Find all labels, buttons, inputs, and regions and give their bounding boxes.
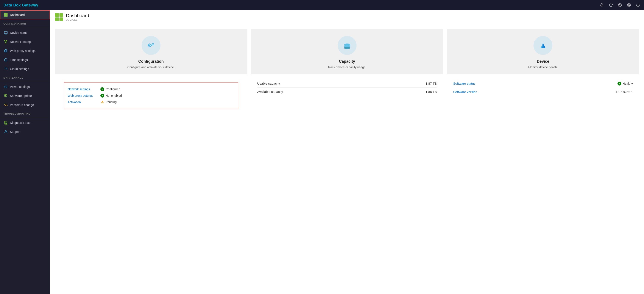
capacity-card-top: Capacity Track device capacity usage. (251, 29, 443, 74)
svg-rect-45 (149, 47, 150, 48)
activation-link[interactable]: Activation (68, 100, 98, 104)
info-icon[interactable] (626, 2, 632, 8)
software-version-link[interactable]: Software version (453, 90, 477, 94)
device-card-bottom: Software status Healthy Software version… (447, 74, 639, 289)
sidebar-label-device-name: Device name (10, 31, 28, 34)
sidebar-item-support[interactable]: Support (0, 127, 50, 136)
svg-rect-54 (152, 44, 152, 44)
activation-status: ⚠ Pending (100, 100, 116, 104)
network-status-icon (100, 87, 104, 91)
device-card-title: Device (537, 59, 549, 64)
time-icon (4, 58, 8, 62)
sidebar-item-power-settings[interactable]: Power settings (0, 82, 50, 91)
svg-point-3 (628, 4, 630, 6)
sidebar-item-network-settings[interactable]: Network settings (0, 37, 50, 46)
sidebar-item-password-change[interactable]: Password change (0, 100, 50, 110)
grid-cell-4 (60, 18, 63, 21)
software-status-item: Healthy (618, 82, 633, 86)
svg-rect-9 (4, 32, 7, 34)
software-status-link[interactable]: Software status (453, 82, 475, 86)
header-text: Dashboard DEVICE1 (66, 13, 89, 21)
configuration-card: Configuration Configure and activate you… (55, 29, 247, 289)
svg-point-51 (152, 44, 153, 44)
cloud-icon (4, 67, 8, 71)
svg-rect-61 (344, 47, 350, 48)
proxy-status-text: Not enabled (106, 94, 122, 97)
bell-icon[interactable] (599, 2, 604, 8)
topbar-icons (599, 2, 640, 8)
available-capacity-label: Available capacity (257, 90, 283, 94)
grid-cell-1 (55, 13, 59, 17)
activation-status-text: Pending (106, 100, 116, 104)
available-capacity-row: Available capacity 1.86 TB (257, 88, 437, 96)
device-icon-circle (534, 36, 552, 55)
config-row-proxy: Web proxy settings Not enabled (68, 92, 234, 99)
device-card: Device Monitor device health. Software s… (447, 29, 639, 289)
usable-capacity-value: 1.87 TB (426, 82, 437, 85)
svg-rect-55 (154, 44, 154, 44)
network-settings-link[interactable]: Network settings (68, 88, 98, 91)
grid-cell-2 (60, 13, 63, 17)
device-card-top: Device Monitor device health. (447, 29, 639, 74)
support-icon (4, 130, 8, 134)
software-version-row: Software version 1.2.18252.1 (453, 88, 633, 96)
svg-rect-6 (6, 13, 8, 15)
proxy-icon (4, 49, 8, 53)
topbar: Data Box Gateway (0, 0, 644, 10)
configuration-icon-circle (142, 36, 160, 55)
svg-rect-14 (6, 42, 6, 43)
sidebar-item-device-name[interactable]: Device name (0, 28, 50, 37)
sidebar-item-software-update[interactable]: Software update (0, 91, 50, 100)
svg-rect-11 (5, 34, 7, 34)
software-version-value: 1.2.18252.1 (616, 90, 633, 94)
sidebar-label-password-change: Password change (10, 103, 34, 106)
sidebar-item-web-proxy-settings[interactable]: Web proxy settings (0, 46, 50, 55)
proxy-status: Not enabled (100, 94, 122, 98)
sidebar-label-cloud-settings: Cloud settings (10, 67, 29, 71)
svg-point-30 (4, 104, 6, 106)
help-icon[interactable] (617, 2, 622, 8)
software-status-row: Software status Healthy (453, 80, 633, 88)
svg-rect-10 (5, 34, 6, 34)
diagnostic-icon (4, 121, 8, 125)
capacity-card-title: Capacity (339, 59, 355, 64)
sidebar-item-cloud-settings[interactable]: Cloud settings (0, 64, 50, 74)
refresh-icon[interactable] (608, 2, 614, 8)
device-subtitle: DEVICE1 (66, 18, 89, 21)
sidebar-label-network-settings: Network settings (10, 40, 32, 44)
svg-point-41 (5, 130, 6, 132)
config-row-activation: Activation ⚠ Pending (68, 99, 234, 105)
web-proxy-link[interactable]: Web proxy settings (68, 94, 98, 97)
svg-rect-12 (4, 40, 6, 41)
sidebar-item-dashboard[interactable]: Dashboard (0, 10, 50, 20)
sidebar-item-diagnostic-tests[interactable]: Diagnostic tests (0, 118, 50, 127)
page-title: Dashboard (66, 13, 89, 18)
sidebar-item-time-settings[interactable]: Time settings (0, 55, 50, 64)
sidebar-label-support: Support (10, 130, 20, 134)
svg-rect-7 (4, 15, 6, 16)
capacity-card: Capacity Track device capacity usage. Us… (251, 29, 443, 289)
capacity-card-description: Track device capacity usage. (328, 66, 366, 69)
svg-rect-46 (148, 45, 148, 46)
sidebar-section-maintenance: MAINTENANCE (0, 74, 50, 80)
sidebar-label-time-settings: Time settings (10, 58, 28, 62)
svg-rect-53 (152, 45, 154, 46)
content-header: Dashboard DEVICE1 (50, 10, 644, 24)
software-status-text: Healthy (623, 82, 633, 85)
sidebar-section-troubleshooting: TROUBLESHOOTING (0, 110, 50, 116)
power-settings-icon (4, 85, 8, 89)
svg-rect-52 (152, 43, 154, 44)
svg-rect-13 (6, 40, 7, 41)
configuration-card-title: Configuration (138, 59, 164, 64)
usable-capacity-label: Usable capacity (257, 82, 280, 85)
power-icon[interactable] (636, 2, 640, 8)
sidebar: Dashboard CONFIGURATION Device name (0, 10, 50, 294)
svg-rect-8 (6, 15, 8, 16)
svg-line-25 (6, 60, 6, 60)
svg-rect-5 (4, 13, 6, 15)
dashboard-grid-icon (55, 13, 63, 21)
dashboard-icon (4, 13, 8, 17)
config-row-network: Network settings Configured (68, 86, 234, 92)
grid-cell-3 (55, 18, 59, 21)
activation-status-icon: ⚠ (100, 100, 104, 104)
